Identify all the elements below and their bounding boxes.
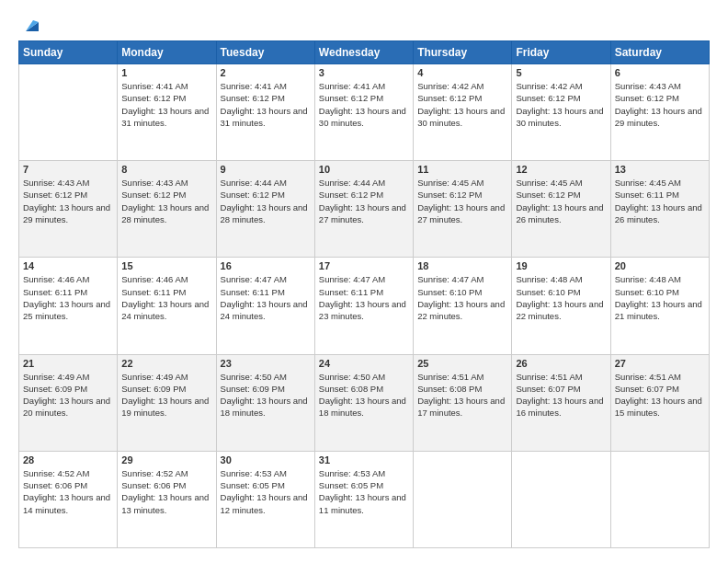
daylight-text: Daylight: 13 hours and 31 minutes. [121, 105, 211, 130]
sunrise-text: Sunrise: 4:50 AM [319, 371, 409, 383]
day-number: 7 [23, 164, 113, 175]
day-number: 29 [121, 454, 211, 465]
daylight-text: Daylight: 13 hours and 14 minutes. [23, 491, 113, 516]
daylight-text: Daylight: 13 hours and 26 minutes. [615, 201, 705, 226]
daylight-text: Daylight: 13 hours and 28 minutes. [121, 201, 211, 226]
sunset-text: Sunset: 6:07 PM [516, 383, 606, 395]
daylight-text: Daylight: 13 hours and 26 minutes. [516, 201, 606, 226]
day-info: Sunrise: 4:43 AM Sunset: 6:12 PM Dayligh… [615, 80, 705, 129]
calendar-cell: 1 Sunrise: 4:41 AM Sunset: 6:12 PM Dayli… [118, 64, 216, 161]
header [18, 15, 710, 31]
day-number: 15 [121, 260, 211, 271]
sunset-text: Sunset: 6:12 PM [121, 189, 211, 201]
sunset-text: Sunset: 6:12 PM [319, 189, 409, 201]
calendar-row-1: 7 Sunrise: 4:43 AM Sunset: 6:12 PM Dayli… [19, 161, 710, 258]
calendar-cell: 29 Sunrise: 4:52 AM Sunset: 6:06 PM Dayl… [118, 451, 216, 547]
calendar-cell: 26 Sunrise: 4:51 AM Sunset: 6:07 PM Dayl… [512, 354, 610, 451]
sunrise-text: Sunrise: 4:50 AM [221, 371, 311, 383]
sunset-text: Sunset: 6:12 PM [516, 92, 606, 104]
col-header-sunday: Sunday [19, 41, 118, 64]
day-info: Sunrise: 4:41 AM Sunset: 6:12 PM Dayligh… [319, 80, 409, 129]
day-number: 18 [417, 260, 507, 271]
sunrise-text: Sunrise: 4:43 AM [615, 80, 705, 92]
daylight-text: Daylight: 13 hours and 22 minutes. [417, 298, 507, 323]
sunset-text: Sunset: 6:11 PM [121, 286, 211, 298]
sunset-text: Sunset: 6:12 PM [615, 92, 705, 104]
sunrise-text: Sunrise: 4:42 AM [516, 80, 606, 92]
calendar-cell: 23 Sunrise: 4:50 AM Sunset: 6:09 PM Dayl… [216, 354, 314, 451]
sunset-text: Sunset: 6:05 PM [319, 479, 409, 491]
col-header-tuesday: Tuesday [216, 41, 314, 64]
daylight-text: Daylight: 13 hours and 22 minutes. [516, 298, 606, 323]
col-header-thursday: Thursday [414, 41, 512, 64]
sunset-text: Sunset: 6:11 PM [221, 286, 311, 298]
day-info: Sunrise: 4:51 AM Sunset: 6:07 PM Dayligh… [516, 371, 606, 419]
daylight-text: Daylight: 13 hours and 30 minutes. [319, 105, 409, 130]
sunrise-text: Sunrise: 4:41 AM [121, 80, 211, 92]
day-info: Sunrise: 4:46 AM Sunset: 6:11 PM Dayligh… [23, 273, 113, 322]
sunrise-text: Sunrise: 4:41 AM [319, 80, 409, 92]
day-info: Sunrise: 4:42 AM Sunset: 6:12 PM Dayligh… [417, 80, 507, 129]
calendar-cell: 31 Sunrise: 4:53 AM Sunset: 6:05 PM Dayl… [314, 451, 413, 547]
calendar-cell: 16 Sunrise: 4:47 AM Sunset: 6:11 PM Dayl… [216, 258, 314, 354]
calendar-cell: 20 Sunrise: 4:48 AM Sunset: 6:10 PM Dayl… [610, 258, 709, 354]
logo [18, 15, 40, 31]
sunset-text: Sunset: 6:05 PM [221, 479, 311, 491]
daylight-text: Daylight: 13 hours and 29 minutes. [23, 201, 113, 226]
day-info: Sunrise: 4:52 AM Sunset: 6:06 PM Dayligh… [121, 467, 211, 516]
sunset-text: Sunset: 6:12 PM [221, 92, 311, 104]
sunrise-text: Sunrise: 4:45 AM [615, 177, 705, 189]
sunrise-text: Sunrise: 4:46 AM [23, 273, 113, 285]
day-number: 8 [121, 164, 211, 175]
sunrise-text: Sunrise: 4:45 AM [516, 177, 606, 189]
day-info: Sunrise: 4:47 AM Sunset: 6:11 PM Dayligh… [319, 273, 409, 322]
sunrise-text: Sunrise: 4:45 AM [417, 177, 507, 189]
daylight-text: Daylight: 13 hours and 25 minutes. [23, 298, 113, 323]
calendar-cell: 6 Sunrise: 4:43 AM Sunset: 6:12 PM Dayli… [610, 64, 709, 161]
calendar-cell: 13 Sunrise: 4:45 AM Sunset: 6:11 PM Dayl… [610, 161, 709, 258]
calendar-header-row: SundayMondayTuesdayWednesdayThursdayFrid… [19, 41, 710, 64]
daylight-text: Daylight: 13 hours and 21 minutes. [615, 298, 705, 323]
day-number: 12 [516, 164, 606, 175]
calendar-row-3: 21 Sunrise: 4:49 AM Sunset: 6:09 PM Dayl… [19, 354, 710, 451]
col-header-wednesday: Wednesday [314, 41, 413, 64]
day-info: Sunrise: 4:48 AM Sunset: 6:10 PM Dayligh… [516, 273, 606, 322]
calendar-cell [414, 451, 512, 547]
logo-icon [20, 15, 40, 35]
day-info: Sunrise: 4:53 AM Sunset: 6:05 PM Dayligh… [319, 467, 409, 516]
sunrise-text: Sunrise: 4:47 AM [417, 273, 507, 285]
calendar-cell: 3 Sunrise: 4:41 AM Sunset: 6:12 PM Dayli… [314, 64, 413, 161]
calendar-table: SundayMondayTuesdayWednesdayThursdayFrid… [18, 40, 710, 548]
day-number: 4 [417, 67, 507, 78]
day-number: 21 [23, 358, 113, 369]
daylight-text: Daylight: 13 hours and 27 minutes. [417, 201, 507, 226]
calendar-cell [610, 451, 709, 547]
daylight-text: Daylight: 13 hours and 23 minutes. [319, 298, 409, 323]
daylight-text: Daylight: 13 hours and 24 minutes. [121, 298, 211, 323]
sunrise-text: Sunrise: 4:48 AM [615, 273, 705, 285]
daylight-text: Daylight: 13 hours and 20 minutes. [23, 395, 113, 419]
calendar-cell: 25 Sunrise: 4:51 AM Sunset: 6:08 PM Dayl… [414, 354, 512, 451]
day-info: Sunrise: 4:51 AM Sunset: 6:07 PM Dayligh… [615, 371, 705, 419]
day-info: Sunrise: 4:44 AM Sunset: 6:12 PM Dayligh… [319, 177, 409, 225]
sunset-text: Sunset: 6:09 PM [121, 383, 211, 395]
daylight-text: Daylight: 13 hours and 15 minutes. [615, 395, 705, 419]
day-number: 22 [121, 358, 211, 369]
day-number: 13 [615, 164, 705, 175]
sunrise-text: Sunrise: 4:51 AM [516, 371, 606, 383]
day-number: 20 [615, 260, 705, 271]
day-info: Sunrise: 4:43 AM Sunset: 6:12 PM Dayligh… [23, 177, 113, 225]
day-info: Sunrise: 4:45 AM Sunset: 6:12 PM Dayligh… [516, 177, 606, 225]
day-number: 14 [23, 260, 113, 271]
calendar-cell: 19 Sunrise: 4:48 AM Sunset: 6:10 PM Dayl… [512, 258, 610, 354]
sunset-text: Sunset: 6:06 PM [121, 479, 211, 491]
calendar-cell: 28 Sunrise: 4:52 AM Sunset: 6:06 PM Dayl… [19, 451, 118, 547]
calendar-cell: 24 Sunrise: 4:50 AM Sunset: 6:08 PM Dayl… [314, 354, 413, 451]
day-info: Sunrise: 4:53 AM Sunset: 6:05 PM Dayligh… [221, 467, 311, 516]
daylight-text: Daylight: 13 hours and 18 minutes. [319, 395, 409, 419]
sunset-text: Sunset: 6:10 PM [615, 286, 705, 298]
sunset-text: Sunset: 6:11 PM [23, 286, 113, 298]
daylight-text: Daylight: 13 hours and 28 minutes. [221, 201, 311, 226]
calendar-cell: 17 Sunrise: 4:47 AM Sunset: 6:11 PM Dayl… [314, 258, 413, 354]
calendar-cell: 15 Sunrise: 4:46 AM Sunset: 6:11 PM Dayl… [118, 258, 216, 354]
